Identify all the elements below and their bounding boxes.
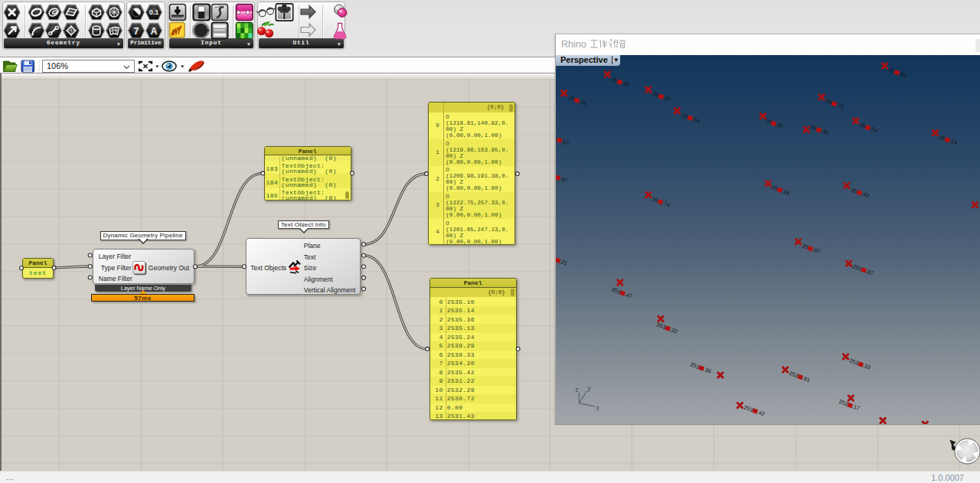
svg-text:.97: .97 [559, 175, 568, 184]
svg-text:.74: .74 [662, 199, 671, 208]
svg-text:.42: .42 [861, 190, 870, 199]
svg-text:y: y [588, 383, 592, 391]
svg-text:.54: .54 [869, 125, 878, 134]
svg-text:.21: .21 [559, 257, 568, 266]
svg-text:z: z [576, 385, 579, 393]
svg-text:.60: .60 [898, 70, 907, 79]
svg-text:.87: .87 [865, 267, 874, 276]
svg-text:.25: .25 [621, 79, 630, 88]
svg-text:.17: .17 [851, 403, 861, 412]
svg-text:x: x [596, 404, 600, 412]
svg-text:.55: .55 [775, 120, 784, 129]
svg-text:.14: .14 [949, 137, 958, 146]
svg-text:.36: .36 [703, 365, 712, 374]
svg-text:.81: .81 [802, 374, 811, 383]
svg-text:.17: .17 [560, 137, 570, 146]
svg-text:.18: .18 [781, 187, 790, 196]
svg-text:.54: .54 [691, 115, 701, 124]
svg-text:.38: .38 [578, 97, 587, 106]
svg-text:.39: .39 [820, 127, 829, 136]
svg-text:.33: .33 [862, 361, 871, 370]
svg-text:.47: .47 [624, 290, 633, 299]
svg-text:.97: .97 [812, 246, 821, 255]
svg-text:.32: .32 [669, 325, 678, 335]
svg-text:.37: .37 [662, 93, 671, 103]
svg-text:.72: .72 [835, 101, 844, 110]
svg-text:.42: .42 [756, 408, 766, 417]
